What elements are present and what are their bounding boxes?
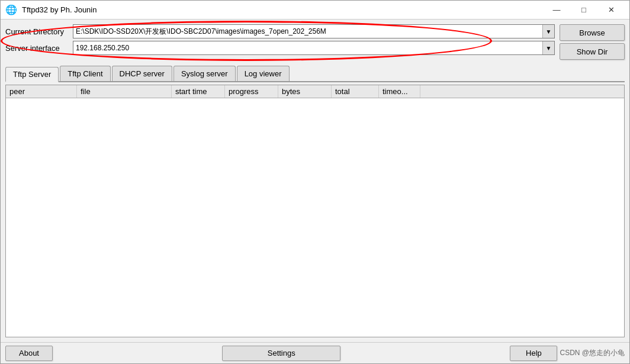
about-button[interactable]: About [5,346,53,361]
minimize-button[interactable]: — [543,1,570,20]
current-directory-dropdown[interactable]: ▼ [542,25,554,38]
tab-tftp-client[interactable]: Tftp Client [60,66,110,81]
form-fields: Current Directory ▼ Server interface ▼ [5,24,555,60]
tftp-table: peer file start time progress bytes tota… [5,85,625,337]
tab-dhcp-server[interactable]: DHCP server [112,66,172,81]
server-interface-dropdown[interactable]: ▼ [542,41,554,54]
window-controls: — □ ✕ [543,1,625,20]
current-directory-row: Current Directory ▼ [5,24,555,38]
show-dir-button[interactable]: Show Dir [560,43,625,60]
tab-syslog-server[interactable]: Syslog server [173,66,236,81]
col-header-timeout: timeo... [379,85,420,98]
current-directory-input-wrapper: ▼ [73,24,555,38]
server-interface-input[interactable] [73,41,542,54]
current-directory-label: Current Directory [5,27,70,36]
app-icon: 🌐 [5,4,17,16]
bottom-right: Help CSDN @悠走的小龟 [510,346,625,361]
window-title: Tftpd32 by Ph. Jounin [22,5,543,14]
help-button[interactable]: Help [510,346,557,361]
col-header-start-time: start time [172,85,225,98]
tab-log-viewer[interactable]: Log viewer [237,66,290,81]
col-header-peer: peer [6,85,77,98]
close-button[interactable]: ✕ [597,1,625,20]
main-window: 🌐 Tftpd32 by Ph. Jounin — □ ✕ Current Di… [0,0,630,364]
current-directory-input[interactable] [73,25,542,38]
browse-button[interactable]: Browse [560,24,625,41]
side-buttons: Browse Show Dir [560,24,625,60]
main-content: Current Directory ▼ Server interface ▼ [1,20,629,342]
col-header-file: file [77,85,172,98]
tab-tftp-server[interactable]: Tftp Server [5,67,59,82]
settings-button[interactable]: Settings [222,346,340,361]
bottom-bar: About Settings Help CSDN @悠走的小龟 [1,342,629,363]
form-area: Current Directory ▼ Server interface ▼ [5,24,625,60]
col-header-progress: progress [225,85,278,98]
bottom-left: About [5,346,53,361]
col-header-total: total [332,85,379,98]
table-body [6,98,624,337]
tab-bar: Tftp Server Tftp Client DHCP server Sysl… [5,66,625,82]
col-header-bytes: bytes [278,85,332,98]
watermark: CSDN @悠走的小龟 [560,348,625,358]
bottom-center: Settings [55,346,507,361]
maximize-button[interactable]: □ [570,1,597,20]
server-interface-input-wrapper: ▼ [73,41,555,55]
server-interface-row: Server interface ▼ [5,41,555,55]
table-header: peer file start time progress bytes tota… [6,85,624,98]
title-bar: 🌐 Tftpd32 by Ph. Jounin — □ ✕ [1,1,629,20]
server-interface-label: Server interface [5,44,70,53]
